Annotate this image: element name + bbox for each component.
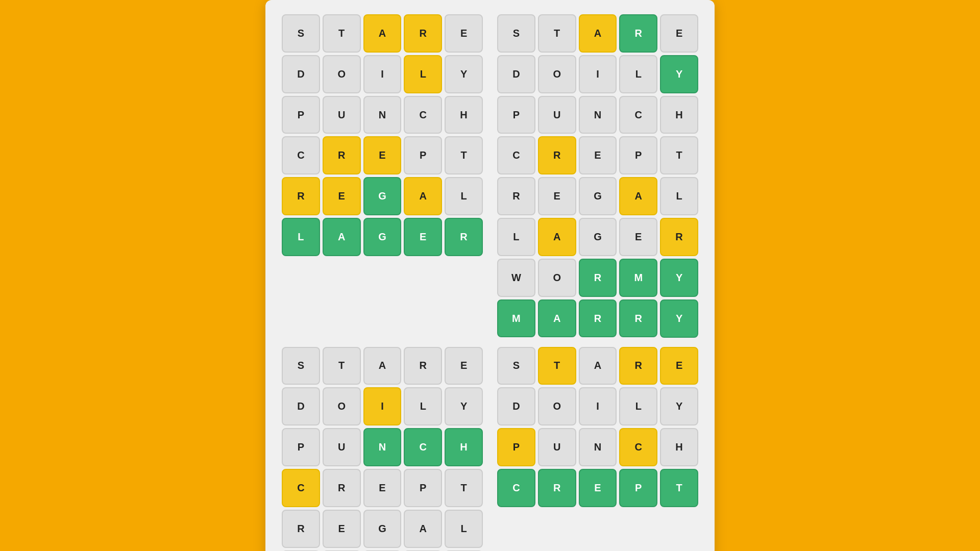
cell: A bbox=[579, 14, 617, 53]
cell: P bbox=[497, 96, 535, 134]
cell: R bbox=[660, 218, 698, 256]
cell: E bbox=[660, 14, 698, 53]
cell: R bbox=[538, 136, 576, 174]
cell: E bbox=[404, 218, 442, 256]
cell: U bbox=[538, 96, 576, 134]
cell: L bbox=[404, 387, 442, 425]
cell: C bbox=[282, 136, 320, 174]
cell: A bbox=[538, 299, 576, 338]
cell: A bbox=[619, 177, 657, 215]
cell: T bbox=[445, 469, 483, 507]
cell: R bbox=[282, 510, 320, 548]
cell: R bbox=[404, 347, 442, 385]
cell: D bbox=[282, 55, 320, 93]
cell: I bbox=[363, 55, 402, 93]
cell: L bbox=[497, 218, 535, 256]
cell: R bbox=[497, 177, 535, 215]
cell: C bbox=[282, 469, 320, 507]
cell: G bbox=[579, 177, 617, 215]
cell: R bbox=[579, 299, 617, 338]
cell: Y bbox=[660, 259, 698, 297]
cell: M bbox=[619, 259, 657, 297]
cell: P bbox=[497, 428, 535, 466]
cell: T bbox=[538, 14, 576, 53]
cell: O bbox=[538, 387, 576, 425]
cell: T bbox=[323, 347, 361, 385]
cell: G bbox=[363, 510, 402, 548]
cell: E bbox=[323, 510, 361, 548]
cell: O bbox=[538, 259, 576, 297]
cell: G bbox=[363, 218, 402, 256]
cell: S bbox=[282, 347, 320, 385]
cell: R bbox=[445, 218, 483, 256]
cell: A bbox=[538, 218, 576, 256]
cell: T bbox=[323, 14, 361, 53]
cell: U bbox=[323, 96, 361, 134]
cell: H bbox=[660, 96, 698, 134]
cell: P bbox=[619, 136, 657, 174]
cell: R bbox=[323, 469, 361, 507]
cell: S bbox=[497, 14, 535, 53]
cell: R bbox=[538, 469, 576, 507]
cell: W bbox=[497, 259, 535, 297]
cell: Y bbox=[660, 299, 698, 338]
cell: P bbox=[282, 428, 320, 466]
cell: N bbox=[363, 96, 402, 134]
cell: C bbox=[619, 96, 657, 134]
cell: C bbox=[404, 428, 442, 466]
cell: A bbox=[579, 347, 617, 385]
cell: R bbox=[404, 14, 442, 53]
grid-top-left: STAREDOILYPUNCHCREPTREGALLAGER bbox=[282, 14, 483, 338]
cell: C bbox=[619, 428, 657, 466]
cell: Y bbox=[660, 55, 698, 93]
cell: C bbox=[497, 469, 535, 507]
cell: R bbox=[579, 259, 617, 297]
cell: E bbox=[579, 469, 617, 507]
cell: P bbox=[404, 469, 442, 507]
main-card: STAREDOILYPUNCHCREPTREGALLAGER STAREDOIL… bbox=[265, 0, 715, 551]
cell: E bbox=[660, 347, 698, 385]
cell: L bbox=[619, 55, 657, 93]
cell: I bbox=[579, 55, 617, 93]
cell: T bbox=[445, 136, 483, 174]
cell: L bbox=[282, 218, 320, 256]
cell: H bbox=[445, 428, 483, 466]
cell: N bbox=[579, 428, 617, 466]
cell: A bbox=[323, 218, 361, 256]
cell: G bbox=[363, 177, 402, 215]
cell: R bbox=[619, 299, 657, 338]
cell: L bbox=[619, 387, 657, 425]
cell: A bbox=[363, 14, 402, 53]
cell: R bbox=[619, 347, 657, 385]
cell: U bbox=[323, 428, 361, 466]
cell: H bbox=[660, 428, 698, 466]
cell: D bbox=[497, 55, 535, 93]
cell: O bbox=[323, 387, 361, 425]
cell: L bbox=[445, 510, 483, 548]
cell: Y bbox=[445, 55, 483, 93]
cell: L bbox=[404, 55, 442, 93]
cell: E bbox=[619, 218, 657, 256]
cell: U bbox=[538, 428, 576, 466]
grid-bottom-right: STAREDOILYPUNCHCREPT bbox=[497, 347, 698, 552]
grid-top-right: STAREDOILYPUNCHCREPTREGALLAGERWORMYMARRY bbox=[497, 14, 698, 338]
cell: C bbox=[404, 96, 442, 134]
cell: D bbox=[497, 387, 535, 425]
cell: Y bbox=[660, 387, 698, 425]
cell: E bbox=[323, 177, 361, 215]
cell: Y bbox=[445, 387, 483, 425]
cell: I bbox=[579, 387, 617, 425]
cell: E bbox=[445, 347, 483, 385]
cell: T bbox=[660, 136, 698, 174]
grid-bottom-left: STAREDOILYPUNCHCREPTREGALLAGERWORMYMARRY… bbox=[282, 347, 483, 552]
cell: E bbox=[538, 177, 576, 215]
cell: M bbox=[497, 299, 535, 338]
cell: I bbox=[363, 387, 402, 425]
cell: P bbox=[619, 469, 657, 507]
cell: A bbox=[363, 347, 402, 385]
cell: E bbox=[445, 14, 483, 53]
cell: H bbox=[445, 96, 483, 134]
cell: N bbox=[363, 428, 402, 466]
cell: R bbox=[323, 136, 361, 174]
cell: D bbox=[282, 387, 320, 425]
